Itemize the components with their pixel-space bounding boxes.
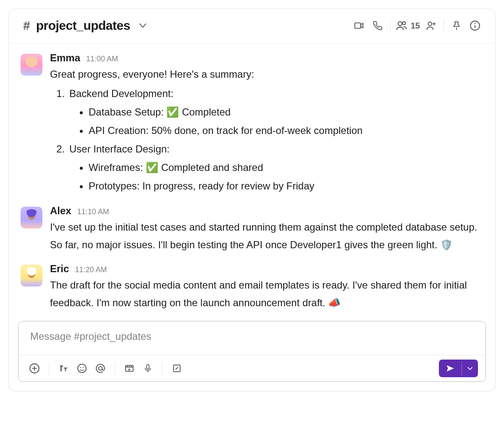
video-call-button[interactable] [350,16,368,35]
separator [162,362,163,375]
svg-point-8 [78,364,86,373]
message-text: Great progress, everyone! Here's a summa… [50,66,481,195]
send-button-group [439,360,478,377]
channel-name: project_updates [36,18,130,33]
separator [444,18,444,33]
attach-button[interactable] [26,360,43,377]
message-time: 11:00 AM [86,55,118,63]
channel-header: # project_updates 15 [9,9,495,44]
avatar[interactable] [21,54,42,76]
svg-point-2 [402,22,405,25]
pin-button[interactable] [447,16,466,35]
chat-panel: # project_updates 15 [8,8,496,391]
svg-rect-0 [354,23,360,29]
message-author[interactable]: Alex [50,205,71,217]
svg-rect-13 [147,365,149,369]
header-actions: 15 [350,16,484,35]
avatar[interactable] [21,207,42,229]
message-author[interactable]: Emma [50,52,80,64]
separator [49,362,49,375]
message-text: I've set up the initial test cases and s… [50,218,481,254]
separator [390,18,391,33]
send-button[interactable] [439,360,462,377]
members-button[interactable]: 15 [394,20,422,32]
emoji-button[interactable] [74,360,90,377]
avatar[interactable] [21,265,42,286]
mention-button[interactable] [92,360,109,377]
svg-point-1 [398,22,402,26]
format-button[interactable] [55,360,72,377]
add-person-button[interactable] [422,16,440,35]
message-author[interactable]: Eric [50,263,69,275]
hash-icon: # [23,18,30,33]
message-list: Emma 11:00 AM Great progress, everyone! … [9,44,495,318]
message-time: 11:10 AM [77,207,109,216]
message-input[interactable]: Message #project_updates [18,321,486,355]
composer-toolbar [18,355,486,381]
message-alex: Alex 11:10 AM I've set up the initial te… [21,201,481,259]
members-count: 15 [411,21,420,31]
video-clip-button[interactable] [121,360,138,377]
channel-title-button[interactable]: # project_updates [23,18,147,33]
send-options-button[interactable] [462,361,478,376]
separator [115,362,115,375]
svg-point-9 [80,367,81,368]
message-text: The draft for the social media content a… [50,276,481,312]
svg-point-10 [83,367,84,368]
message-composer: Message #project_updates [18,321,486,382]
audio-clip-button[interactable] [139,360,156,377]
message-emma: Emma 11:00 AM Great progress, everyone! … [21,48,481,201]
svg-point-6 [475,23,476,24]
svg-point-11 [99,367,102,370]
message-eric: Eric 11:20 AM The draft for the social m… [21,259,481,317]
info-button[interactable] [466,16,484,35]
phone-call-button[interactable] [368,16,387,35]
chevron-down-icon [139,21,147,30]
people-icon [396,20,407,32]
message-time: 11:20 AM [75,265,107,274]
shortcut-button[interactable] [168,360,185,377]
svg-point-3 [428,22,432,26]
